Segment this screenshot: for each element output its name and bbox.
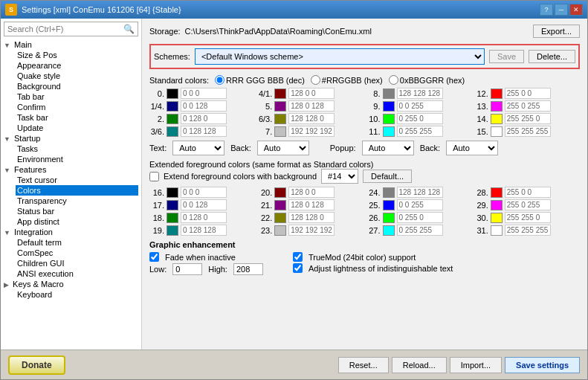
color-swatch-12[interactable]: [491, 88, 503, 99]
color-swatch-5[interactable]: [274, 101, 286, 112]
sidebar-item-default-term[interactable]: Default term: [16, 237, 138, 248]
save-scheme-button[interactable]: Save: [489, 50, 524, 63]
ext-swatch-29[interactable]: [491, 200, 503, 210]
back2-select[interactable]: Auto: [446, 141, 498, 155]
color-swatch-6[interactable]: [274, 114, 286, 124]
tree-item-features[interactable]: ▼ Features: [4, 164, 138, 175]
ext-swatch-25[interactable]: [383, 200, 395, 210]
ext-swatch-19[interactable]: [167, 225, 178, 236]
sidebar-item-text-cursor[interactable]: Text cursor: [16, 175, 138, 185]
hash-select[interactable]: #14: [321, 169, 358, 184]
color-swatch-7[interactable]: [274, 126, 286, 137]
ext-swatch-23[interactable]: [274, 225, 286, 236]
save-settings-button[interactable]: Save settings: [505, 357, 580, 373]
sidebar-item-main[interactable]: Main: [13, 39, 33, 50]
radio-dec-input[interactable]: [215, 75, 224, 85]
sidebar-item-ansi-execution[interactable]: ANSI execution: [16, 268, 138, 279]
sidebar-item-keys-macro[interactable]: Keys & Macro: [11, 279, 65, 289]
radio-bggr[interactable]: 0xBBGGRR (hex): [389, 75, 465, 85]
ext-swatch-27[interactable]: [383, 225, 395, 236]
delete-scheme-button[interactable]: Delete...: [529, 50, 575, 63]
sidebar-item-background[interactable]: Background: [16, 81, 138, 91]
color-swatch-0[interactable]: [167, 88, 178, 99]
sidebar-item-environment[interactable]: Environment: [16, 154, 138, 164]
sidebar-item-update[interactable]: Update: [16, 123, 138, 133]
tree-item-main[interactable]: ▼ Main: [4, 39, 138, 50]
tree-item-keys-macro[interactable]: ▶ Keys & Macro: [4, 279, 138, 289]
low-input[interactable]: [172, 263, 202, 275]
sidebar-item-app-distinct[interactable]: App distinct: [16, 216, 138, 227]
reload-button[interactable]: Reload...: [392, 357, 447, 373]
sidebar-item-quake-style[interactable]: Quake style: [16, 71, 138, 81]
color-8: 8. 128 128 128: [366, 88, 472, 99]
sidebar-item-task-bar[interactable]: Task bar: [16, 112, 138, 123]
ext-swatch-16[interactable]: [167, 187, 178, 198]
sidebar-item-confirm[interactable]: Confirm: [16, 102, 138, 112]
color-swatch-8[interactable]: [383, 88, 395, 99]
color-swatch-3[interactable]: [167, 126, 178, 137]
color-swatch-14[interactable]: [491, 114, 503, 124]
sidebar-item-transparency[interactable]: Transparency: [16, 196, 138, 206]
color-swatch-10[interactable]: [383, 114, 395, 124]
ext-swatch-26[interactable]: [383, 213, 395, 223]
extend-checkbox[interactable]: [149, 172, 159, 181]
sidebar-item-startup[interactable]: Startup: [13, 133, 42, 144]
tree-item-integration[interactable]: ▼ Integration: [4, 227, 138, 237]
search-input[interactable]: [7, 25, 123, 33]
back-select[interactable]: Auto: [257, 141, 309, 155]
ext-swatch-20[interactable]: [274, 187, 286, 198]
reset-button[interactable]: Reset...: [338, 357, 389, 373]
color-swatch-4[interactable]: [274, 88, 286, 99]
radio-hex-input[interactable]: [311, 75, 320, 85]
fade-checkbox[interactable]: [149, 252, 159, 262]
truemod-checkbox[interactable]: [293, 252, 303, 262]
close-button[interactable]: ✕: [569, 4, 583, 16]
popup-select[interactable]: Auto: [362, 141, 414, 155]
minimize-button[interactable]: ─: [555, 4, 568, 16]
radio-dec[interactable]: RRR GGG BBB (dec): [215, 75, 305, 85]
sidebar-item-keyboard[interactable]: Keyboard: [16, 289, 138, 300]
sidebar-item-appearance[interactable]: Appearance: [16, 60, 138, 71]
schemes-select[interactable]: <Default Windows scheme>: [195, 48, 485, 65]
ext-swatch-21[interactable]: [274, 200, 286, 210]
graphic-right: TrueMod (24bit color) support Adjust lig…: [293, 252, 453, 275]
ext-swatch-30[interactable]: [491, 213, 503, 223]
ext-swatch-22[interactable]: [274, 213, 286, 223]
ext-swatch-28[interactable]: [491, 187, 503, 198]
help-button[interactable]: ?: [540, 4, 553, 16]
ext-swatch-17[interactable]: [167, 200, 178, 210]
color-swatch-11[interactable]: [383, 126, 395, 137]
sidebar-item-status-bar[interactable]: Status bar: [16, 206, 138, 216]
export-button[interactable]: Export...: [533, 25, 580, 38]
ext-swatch-31[interactable]: [491, 225, 503, 236]
ext-swatch-18[interactable]: [167, 213, 178, 223]
search-box[interactable]: 🔍: [4, 22, 138, 36]
text-select[interactable]: Auto: [172, 141, 224, 155]
sidebar-item-colors[interactable]: Colors: [16, 185, 138, 196]
sidebar-item-features[interactable]: Features: [13, 164, 48, 175]
sidebar-item-children-gui[interactable]: Children GUI: [16, 258, 138, 268]
radio-hex[interactable]: #RRGGBB (hex): [311, 75, 383, 85]
storage-path: C:\Users\ThinkPad\AppData\Roaming\ConEmu…: [185, 27, 529, 36]
color-swatch-9[interactable]: [383, 101, 395, 112]
donate-button[interactable]: Donate: [8, 355, 65, 375]
sidebar-item-comspec[interactable]: ComSpec: [16, 248, 138, 258]
ext-color-18: 18. 0 128 0: [149, 212, 256, 223]
color-swatch-2[interactable]: [167, 114, 178, 124]
import-button[interactable]: Import...: [450, 357, 502, 373]
radio-bggr-input[interactable]: [389, 75, 398, 85]
tree-item-startup[interactable]: ▼ Startup: [4, 133, 138, 144]
default-button[interactable]: Default...: [363, 170, 412, 183]
color-swatch-15[interactable]: [491, 126, 503, 137]
color-swatch-13[interactable]: [491, 101, 503, 112]
sidebar-item-size-pos[interactable]: Size & Pos: [16, 50, 138, 60]
ext-swatch-24[interactable]: [383, 187, 395, 198]
high-input[interactable]: [233, 263, 263, 275]
sidebar-item-tab-bar[interactable]: Tab bar: [16, 91, 138, 102]
sidebar-item-integration[interactable]: Integration: [13, 227, 54, 237]
sidebar-item-tasks[interactable]: Tasks: [16, 144, 138, 154]
color-swatch-1[interactable]: [167, 101, 178, 112]
color-3: 3/6. 0 128 128: [149, 126, 256, 137]
adjust-checkbox[interactable]: [293, 263, 303, 273]
app-icon: S: [5, 4, 17, 16]
